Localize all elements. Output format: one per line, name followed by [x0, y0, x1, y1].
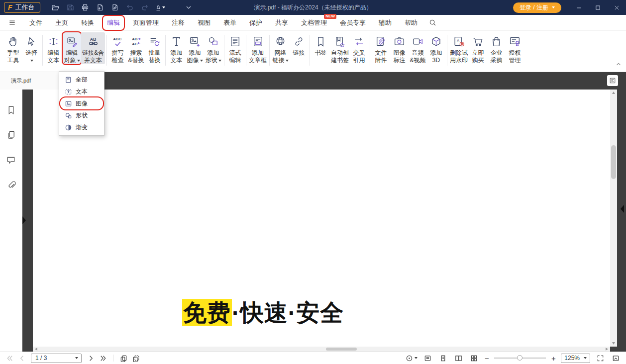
- copy-page-button[interactable]: [118, 353, 129, 363]
- thumbnail-grid-view-button[interactable]: [468, 353, 479, 363]
- undo-button[interactable]: [123, 1, 137, 13]
- menu-item-document-management[interactable]: 文档管理NEW: [297, 16, 331, 30]
- sidebar-expand-handle[interactable]: [22, 216, 26, 224]
- maximize-button[interactable]: [588, 0, 607, 15]
- reading-mode-button[interactable]: [422, 353, 433, 363]
- menu-item-comment[interactable]: 注释: [168, 16, 189, 30]
- buy-now-button[interactable]: 立即 购买: [469, 32, 487, 64]
- fit-page-button[interactable]: [595, 353, 606, 363]
- horizontal-scroll-thumb[interactable]: [326, 348, 357, 351]
- menu-item-view[interactable]: 视图: [194, 16, 214, 30]
- select-button[interactable]: 选择: [22, 32, 41, 64]
- view-options-button[interactable]: [406, 355, 417, 362]
- menu-item-page-management[interactable]: 页面管理: [129, 16, 163, 30]
- menu-hamburger-button[interactable]: [6, 17, 18, 29]
- menu-item-protect[interactable]: 保护: [245, 16, 266, 30]
- pdf-page[interactable]: 免费·快速·安全: [33, 90, 610, 347]
- menu-item-file[interactable]: 文件: [25, 16, 46, 30]
- cross-reference-button[interactable]: 交叉 引用: [350, 32, 368, 64]
- zoom-in-button[interactable]: +: [550, 355, 556, 362]
- dropdown-item-all[interactable]: 全部: [60, 74, 103, 86]
- single-page-view-button[interactable]: [437, 353, 448, 363]
- scroll-up-arrow[interactable]: [612, 91, 615, 94]
- button-label: 图像: [187, 57, 199, 64]
- login-register-button[interactable]: 登录 / 注册: [513, 2, 561, 13]
- menu-item-convert[interactable]: 转换: [77, 16, 98, 30]
- open-file-button[interactable]: [48, 1, 62, 13]
- web-link-button[interactable]: 网络 链接: [271, 32, 290, 64]
- auto-create-bookmark-button[interactable]: 自动创 建书签: [330, 32, 350, 64]
- license-management-button[interactable]: 授权 管理: [506, 32, 524, 64]
- dropdown-item-shape[interactable]: 形状: [60, 109, 103, 121]
- spell-check-button[interactable]: ABC 拼写 检查: [108, 32, 127, 64]
- redo-button[interactable]: [138, 1, 152, 13]
- save-button[interactable]: [63, 1, 77, 13]
- minimize-button[interactable]: [569, 0, 588, 15]
- horizontal-scrollbar[interactable]: [33, 347, 610, 352]
- chevron-right-icon: [87, 355, 95, 362]
- enterprise-purchase-button[interactable]: 企业 采购: [487, 32, 506, 64]
- menu-item-form[interactable]: 表单: [219, 16, 240, 30]
- edit-text-button[interactable]: 编辑 文本: [44, 32, 63, 64]
- zoom-level-select[interactable]: 125%: [561, 354, 590, 363]
- export-pdf-button[interactable]: [93, 1, 107, 13]
- hand-tool-button[interactable]: 手型 工具: [4, 32, 22, 64]
- dropdown-item-text[interactable]: 文本: [60, 86, 103, 97]
- add-shape-button[interactable]: 添加 形状: [204, 32, 222, 64]
- bookmark-button[interactable]: 书签: [312, 32, 330, 64]
- create-pdf-button[interactable]: [108, 1, 122, 13]
- customize-toolbar-button[interactable]: [182, 1, 196, 13]
- link-button[interactable]: 链接: [290, 32, 308, 64]
- search-replace-button[interactable]: ABAC 搜索 &替换: [127, 32, 145, 64]
- zoom-out-button[interactable]: −: [484, 355, 490, 362]
- document-area[interactable]: 免费·快速·安全: [22, 90, 626, 352]
- right-panel-expand-handle[interactable]: [621, 205, 624, 213]
- add-image-button[interactable]: 添加 图像: [186, 32, 204, 64]
- comments-panel-button[interactable]: [4, 153, 17, 166]
- menu-item-member-exclusive[interactable]: 会员专享: [336, 16, 370, 30]
- edit-object-button[interactable]: 编辑 对象 全部 文本 图像: [63, 32, 81, 64]
- menu-item-edit[interactable]: 编辑: [103, 16, 124, 30]
- zoom-slider[interactable]: [494, 358, 546, 359]
- flow-edit-button[interactable]: 流式 编辑: [226, 32, 244, 64]
- menu-item-assist[interactable]: 辅助: [375, 16, 396, 30]
- attachments-panel-button[interactable]: [4, 178, 17, 191]
- add-article-box-button[interactable]: 添加 文章框: [248, 32, 268, 64]
- remove-trial-watermark-button[interactable]: A 删除试 用水印: [449, 32, 469, 64]
- workspace-button[interactable]: F 工作台: [4, 2, 40, 13]
- add-text-button[interactable]: 添加 文本: [167, 32, 186, 64]
- duplicate-page-button[interactable]: [130, 353, 141, 363]
- vertical-scroll-thumb[interactable]: [611, 145, 616, 179]
- dropdown-item-gradient[interactable]: 渐变: [60, 121, 103, 133]
- menu-item-share[interactable]: 共享: [271, 16, 292, 30]
- menu-item-home[interactable]: 主页: [51, 16, 72, 30]
- scroll-right-arrow[interactable]: [606, 348, 608, 351]
- print-button[interactable]: [78, 1, 92, 13]
- vertical-scrollbar[interactable]: [610, 90, 617, 347]
- close-button[interactable]: [607, 0, 626, 15]
- image-annotation-button[interactable]: 图像 标注: [390, 32, 409, 64]
- zoom-slider-thumb[interactable]: [517, 355, 522, 361]
- page-number-input[interactable]: 1 / 3: [31, 354, 82, 363]
- file-attachment-button[interactable]: 文件 附件: [372, 32, 390, 64]
- scroll-left-arrow[interactable]: [35, 348, 37, 351]
- next-page-button[interactable]: [85, 353, 96, 363]
- menu-item-help[interactable]: 帮助: [401, 16, 421, 30]
- batch-replace-button[interactable]: 批量 替换: [145, 32, 164, 64]
- add-3d-button[interactable]: 添加 3D: [427, 32, 445, 64]
- audio-video-button[interactable]: 音频 &视频: [409, 32, 427, 64]
- dropdown-item-image[interactable]: 图像: [60, 97, 103, 109]
- first-page-button[interactable]: [4, 353, 15, 363]
- scroll-down-arrow[interactable]: [612, 342, 615, 345]
- page-layout-panel-button[interactable]: [607, 75, 618, 86]
- fullscreen-button[interactable]: [610, 353, 621, 363]
- stamp-sign-button[interactable]: [153, 1, 167, 13]
- last-page-button[interactable]: [98, 353, 108, 363]
- facing-pages-view-button[interactable]: [453, 353, 464, 363]
- previous-page-button[interactable]: [16, 353, 27, 363]
- bookmarks-panel-button[interactable]: [4, 103, 17, 116]
- link-merge-text-button[interactable]: AB 链接&合 并文本: [81, 32, 105, 64]
- collapse-ribbon-button[interactable]: [615, 61, 622, 70]
- menubar-search-button[interactable]: [426, 17, 439, 29]
- page-thumbnails-panel-button[interactable]: [4, 128, 17, 141]
